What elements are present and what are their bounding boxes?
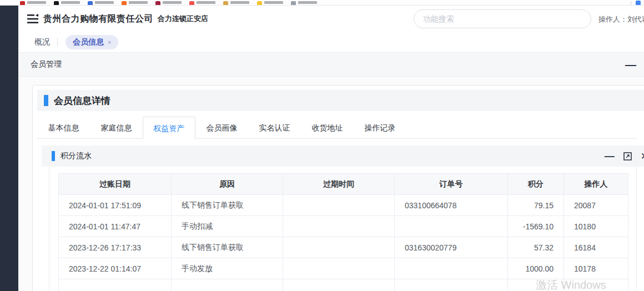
bookmark-item[interactable]: [189, 1, 215, 6]
bookmark-item[interactable]: [54, 1, 80, 6]
cell-posting-date: 2024-01-01 11:47:47: [59, 216, 172, 237]
cell-points: 79.15: [508, 195, 564, 216]
cell-posting-date: 2023-12-26 17:17:33: [59, 237, 172, 258]
search-input[interactable]: [423, 14, 582, 23]
blue-accent-bar: [44, 95, 48, 106]
member-detail-title: 会员信息详情: [54, 94, 110, 107]
cell-order-no: [395, 216, 508, 237]
tab-real-name-auth[interactable]: 实名认证: [248, 117, 301, 138]
points-panel-header: 积分流水 — ✕: [42, 146, 644, 167]
bookmark-label: [95, 1, 114, 6]
cell-order-no: 031630020779: [395, 237, 508, 258]
tab-shipping-address[interactable]: 收货地址: [301, 117, 354, 138]
col-posting-date: 过账日期: [59, 174, 172, 195]
bookmark-item[interactable]: [257, 1, 283, 6]
tags-view-bar: 概况 会员信息 ×: [18, 32, 644, 53]
points-panel-body: 过账日期 原因 过期时间 订单号 积分 操作人 2024-01-01 17:51…: [49, 167, 637, 291]
bookmark-item[interactable]: [291, 1, 317, 6]
col-points: 积分: [508, 174, 564, 195]
bookmark-label: [163, 1, 182, 6]
bookmark-label: [298, 1, 317, 6]
table-row[interactable]: 2024-01-01 11:47:47 手动扣减 -1569.10 10180: [59, 216, 628, 237]
cell-expire-time: [283, 258, 395, 279]
member-management-section: 会员管理 —: [18, 53, 644, 77]
bookmark-label: [230, 1, 249, 6]
bookmark-favicon-icon: [291, 1, 296, 6]
cell-order-no: 033100664078: [395, 195, 508, 216]
cell-expire-time: [283, 195, 395, 216]
col-expire-time: 过期时间: [283, 174, 395, 195]
panel-expand-icon[interactable]: [623, 152, 632, 160]
cell-operator: 16184: [564, 237, 628, 258]
bookmark-item[interactable]: [223, 1, 249, 6]
cell-posting-date: 2023-12-22 01:14:07: [59, 258, 172, 279]
sidebar-collapsed-strip[interactable]: [0, 6, 18, 291]
points-panel-title: 积分流水: [61, 151, 92, 161]
tag-member-info-label: 会员信息: [73, 37, 104, 47]
content-area: 会员信息详情 基本信息 家庭信息 权益资产 会员画像 实名认证 收货地址 操作记…: [18, 77, 644, 291]
section-collapse-icon[interactable]: —: [625, 58, 644, 71]
cell-points: 57.32: [508, 237, 564, 258]
cell-expire-time: [283, 216, 395, 237]
panel-minimize-icon[interactable]: —: [605, 151, 615, 161]
cell-points: 1000.00: [508, 258, 564, 279]
bookmark-label: [129, 1, 148, 6]
cell-operator: 10178: [564, 258, 628, 279]
col-order-no: 订单号: [395, 174, 508, 195]
detail-tabs: 基本信息 家庭信息 权益资产 会员画像 实名认证 收货地址 操作记录: [37, 117, 637, 139]
points-table: 过账日期 原因 过期时间 订单号 积分 操作人 2024-01-01 17:51…: [58, 173, 628, 291]
bookmark-favicon-icon: [122, 1, 127, 6]
bookmark-favicon-icon: [54, 1, 59, 6]
points-ledger-panel: 积分流水 — ✕ 过账日期: [42, 146, 644, 291]
cell-points: -1569.10: [508, 216, 564, 237]
cell-expire-time: [283, 237, 395, 258]
collapse-menu-icon[interactable]: [27, 14, 38, 24]
cell-operator: 10180: [564, 216, 628, 237]
table-header-row: 过账日期 原因 过期时间 订单号 积分 操作人: [59, 174, 628, 195]
panel-close-icon[interactable]: ✕: [641, 152, 644, 161]
bookmark-item[interactable]: [155, 1, 182, 6]
main-area: 贵州合力购物有限责任公司 合力连锁正安店 操作人：刘代容 概况 会员信息 × 会…: [18, 6, 644, 291]
cell-posting-date: 2024-01-01 17:51:09: [59, 195, 172, 216]
bookmarks-separator: [631, 1, 631, 6]
col-reason: 原因: [172, 174, 283, 195]
tag-overview[interactable]: 概况: [34, 37, 50, 47]
function-search[interactable]: [414, 9, 591, 28]
tab-family-info[interactable]: 家庭信息: [90, 117, 143, 138]
cell-reason: 线下销售订单获取: [172, 237, 283, 258]
browser-bookmarks-bar: [0, 0, 644, 6]
tab-operation-log[interactable]: 操作记录: [354, 117, 406, 138]
bookmark-favicon-icon: [155, 1, 160, 6]
tab-rights-assets[interactable]: 权益资产: [143, 117, 195, 139]
bookmark-label: [264, 1, 283, 6]
col-operator: 操作人: [564, 174, 628, 195]
bookmark-item[interactable]: [20, 1, 46, 6]
section-title: 会员管理: [31, 59, 62, 69]
cell-reason: 线下销售订单获取: [172, 195, 283, 216]
cell-order-no: [395, 258, 508, 279]
store-name: 合力连锁正安店: [158, 14, 208, 24]
tag-close-icon[interactable]: ×: [108, 39, 111, 46]
bookmark-item[interactable]: [88, 1, 114, 6]
bookmark-favicon-icon: [257, 1, 262, 6]
bookmark-favicon-icon: [189, 1, 194, 6]
table-row[interactable]: 2023-12-26 17:17:33 线下销售订单获取 03163002077…: [59, 237, 628, 258]
bookmark-favicon-icon: [223, 1, 228, 6]
blue-accent-bar: [52, 151, 55, 161]
company-name: 贵州合力购物有限责任公司: [43, 13, 153, 25]
bookmark-item[interactable]: [122, 1, 148, 6]
bookmark-favicon-icon: [88, 1, 93, 6]
tab-member-portrait[interactable]: 会员画像: [195, 117, 248, 138]
bookmark-label: [197, 1, 215, 6]
bookmark-blue-icon[interactable]: [636, 1, 641, 6]
cell-reason: 手动扣减: [172, 216, 283, 237]
app-header: 贵州合力购物有限责任公司 合力连锁正安店 操作人：刘代容: [18, 6, 644, 32]
bookmark-favicon-icon: [20, 1, 25, 6]
member-detail-header: 会员信息详情: [37, 90, 644, 111]
cell-operator: 20087: [564, 195, 628, 216]
bookmark-label: [27, 1, 46, 6]
table-row[interactable]: 2023-12-22 01:14:07 手动发放 1000.00 10178: [59, 258, 628, 279]
table-row[interactable]: 2024-01-01 17:51:09 线下销售订单获取 03310066407…: [59, 195, 628, 216]
tag-member-info[interactable]: 会员信息 ×: [66, 35, 118, 49]
tab-basic-info[interactable]: 基本信息: [37, 117, 90, 138]
